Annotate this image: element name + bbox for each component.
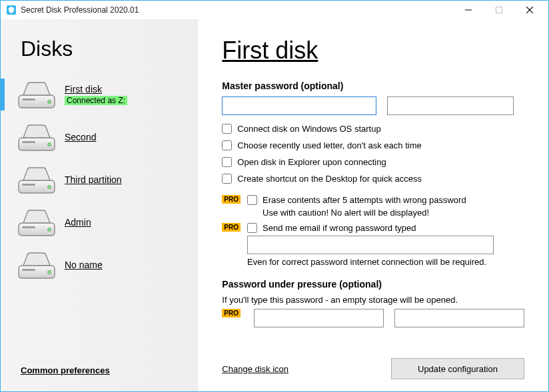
email-alert-checkbox[interactable]: [247, 223, 257, 233]
svg-point-12: [48, 228, 51, 232]
svg-rect-9: [22, 184, 35, 186]
sidebar-heading: Disks: [21, 37, 198, 61]
disk-list: First diskConnected as Z: Second Third p…: [1, 73, 198, 365]
pro-badge: PRO: [222, 195, 241, 204]
pressure-password-confirm-input[interactable]: [394, 309, 524, 327]
disk-icon: [18, 123, 55, 151]
connect-on-startup-checkbox[interactable]: [222, 124, 232, 134]
disk-icon: [18, 81, 55, 108]
svg-rect-7: [22, 141, 35, 143]
svg-point-6: [48, 100, 51, 104]
option-erase-contents[interactable]: Erase contents after 5 attempts with wro…: [247, 195, 466, 205]
open-in-explorer-checkbox[interactable]: [222, 157, 232, 167]
disk-item-name: Third partition: [65, 174, 122, 185]
app-window: Secret Disk Professional 2020.01 Disks: [0, 0, 549, 392]
disk-item[interactable]: No name: [1, 244, 198, 286]
update-configuration-button[interactable]: Update configuration: [391, 358, 524, 379]
main-panel: First disk Master password (optional) Co…: [198, 19, 548, 391]
pro-badge: PRO: [222, 309, 241, 317]
pressure-password-input[interactable]: [254, 309, 384, 327]
window-controls: [459, 3, 543, 17]
create-shortcut-checkbox[interactable]: [222, 174, 232, 184]
disk-item-labels: First diskConnected as Z:: [65, 84, 127, 105]
disk-item[interactable]: Second: [1, 116, 198, 158]
svg-point-8: [48, 143, 51, 146]
disk-item-labels: Second: [65, 132, 96, 142]
page-title: First disk: [222, 37, 524, 65]
option-open-in-explorer[interactable]: Open disk in Explorer upon connecting: [222, 157, 524, 167]
svg-rect-11: [22, 226, 35, 228]
svg-rect-5: [22, 98, 35, 100]
svg-rect-2: [496, 7, 502, 13]
master-password-input[interactable]: [222, 97, 376, 115]
disk-icon: [18, 208, 55, 236]
pressure-heading: Password under pressure (optional): [222, 279, 524, 290]
pro-badge: PRO: [222, 223, 241, 232]
master-password-confirm-input[interactable]: [387, 97, 514, 115]
maximize-button[interactable]: [490, 3, 508, 17]
email-input[interactable]: [247, 236, 494, 254]
titlebar: Secret Disk Professional 2020.01: [1, 1, 548, 19]
sidebar: Disks First diskConnected as Z: Second: [1, 19, 198, 391]
disk-item-name: Second: [65, 132, 96, 142]
disk-item-labels: Third partition: [65, 174, 122, 185]
disk-icon: [18, 251, 55, 279]
master-password-label: Master password (optional): [222, 81, 524, 91]
option-connect-on-startup[interactable]: Connect disk on Windows OS startup: [222, 124, 524, 134]
change-disk-icon-link[interactable]: Change disk icon: [222, 364, 288, 374]
disk-item-name: First disk: [65, 84, 127, 95]
disk-item-name: No name: [65, 260, 103, 270]
erase-warning: Use with caution! No alert will be displ…: [263, 208, 466, 218]
svg-point-10: [48, 186, 51, 189]
app-icon: [6, 5, 17, 15]
erase-contents-checkbox[interactable]: [247, 195, 257, 205]
pressure-desc: If you'll type this password - an empty …: [222, 295, 524, 305]
common-preferences-link[interactable]: Common preferences: [21, 365, 198, 375]
choose-recent-letter-checkbox[interactable]: [222, 140, 232, 150]
window-body: Disks First diskConnected as Z: Second: [1, 19, 548, 391]
disk-item-status: Connected as Z:: [65, 96, 127, 105]
disk-item-name: Admin: [65, 217, 91, 228]
svg-rect-13: [22, 269, 35, 271]
disk-icon: [18, 166, 55, 194]
disk-item[interactable]: Admin: [1, 201, 198, 244]
svg-point-14: [48, 271, 51, 274]
disk-item[interactable]: First diskConnected as Z:: [1, 73, 198, 116]
window-title: Secret Disk Professional 2020.01: [21, 5, 139, 15]
email-hint: Even for correct password internet conne…: [247, 257, 524, 267]
minimize-button[interactable]: [459, 3, 478, 17]
disk-item[interactable]: Third partition: [1, 158, 198, 201]
option-email-alert[interactable]: Send me email if wrong password typed: [247, 223, 524, 233]
disk-item-labels: No name: [65, 260, 103, 270]
close-button[interactable]: [520, 3, 539, 17]
option-choose-recent-letter[interactable]: Choose recently used letter, don't ask e…: [222, 140, 524, 150]
option-create-shortcut[interactable]: Create shortcut on the Desktop for quick…: [222, 174, 524, 184]
disk-item-labels: Admin: [65, 217, 91, 228]
